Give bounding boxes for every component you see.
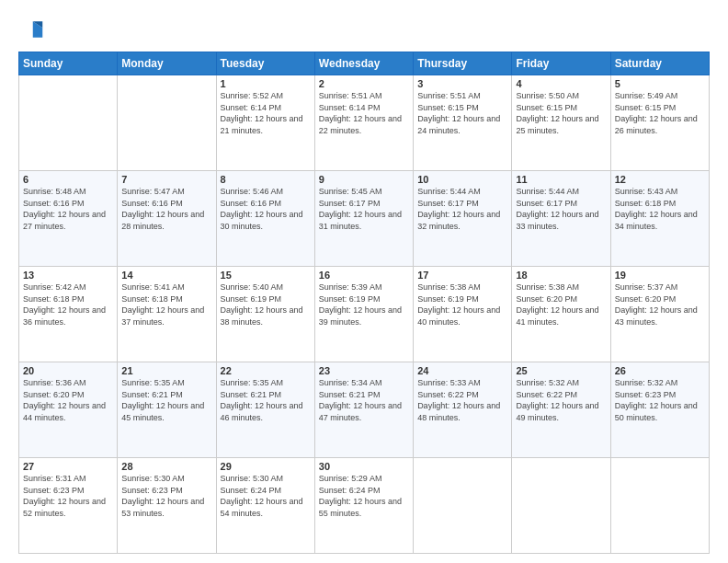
calendar-cell: 15Sunrise: 5:40 AM Sunset: 6:19 PM Dayli… — [216, 267, 314, 362]
calendar-cell: 30Sunrise: 5:29 AM Sunset: 6:24 PM Dayli… — [314, 458, 413, 554]
calendar-cell: 9Sunrise: 5:45 AM Sunset: 6:17 PM Daylig… — [314, 171, 413, 267]
day-info: Sunrise: 5:51 AM Sunset: 6:15 PM Dayligh… — [417, 90, 507, 136]
calendar-cell: 2Sunrise: 5:51 AM Sunset: 6:14 PM Daylig… — [314, 75, 413, 171]
day-number: 12 — [615, 174, 705, 185]
weekday-header-row: SundayMondayTuesdayWednesdayThursdayFrid… — [19, 52, 710, 75]
calendar-cell: 13Sunrise: 5:42 AM Sunset: 6:18 PM Dayli… — [19, 267, 118, 362]
day-info: Sunrise: 5:33 AM Sunset: 6:22 PM Dayligh… — [417, 377, 507, 423]
calendar-cell: 3Sunrise: 5:51 AM Sunset: 6:15 PM Daylig… — [414, 75, 512, 171]
calendar-cell: 12Sunrise: 5:43 AM Sunset: 6:18 PM Dayli… — [610, 171, 709, 267]
day-number: 21 — [121, 365, 211, 376]
day-number: 18 — [516, 270, 606, 281]
day-info: Sunrise: 5:44 AM Sunset: 6:17 PM Dayligh… — [516, 186, 606, 232]
day-info: Sunrise: 5:50 AM Sunset: 6:15 PM Dayligh… — [516, 90, 606, 136]
calendar-cell: 26Sunrise: 5:32 AM Sunset: 6:23 PM Dayli… — [610, 362, 709, 458]
day-info: Sunrise: 5:38 AM Sunset: 6:20 PM Dayligh… — [516, 282, 606, 327]
calendar-cell — [512, 458, 610, 554]
day-number: 14 — [121, 270, 211, 281]
weekday-header-monday: Monday — [118, 52, 216, 75]
day-info: Sunrise: 5:35 AM Sunset: 6:21 PM Dayligh… — [221, 377, 311, 423]
calendar-cell: 11Sunrise: 5:44 AM Sunset: 6:17 PM Dayli… — [512, 171, 610, 267]
day-info: Sunrise: 5:52 AM Sunset: 6:14 PM Dayligh… — [221, 90, 311, 136]
day-info: Sunrise: 5:41 AM Sunset: 6:18 PM Dayligh… — [121, 282, 211, 327]
calendar-cell: 28Sunrise: 5:30 AM Sunset: 6:23 PM Dayli… — [118, 458, 216, 554]
calendar-cell: 23Sunrise: 5:34 AM Sunset: 6:21 PM Dayli… — [314, 362, 413, 458]
logo-icon — [18, 17, 44, 42]
day-number: 2 — [319, 78, 409, 89]
day-info: Sunrise: 5:37 AM Sunset: 6:20 PM Dayligh… — [615, 282, 705, 327]
day-number: 23 — [319, 365, 409, 376]
day-info: Sunrise: 5:46 AM Sunset: 6:16 PM Dayligh… — [221, 186, 311, 232]
week-row-1: 6Sunrise: 5:48 AM Sunset: 6:16 PM Daylig… — [19, 171, 710, 267]
calendar-cell: 29Sunrise: 5:30 AM Sunset: 6:24 PM Dayli… — [216, 458, 314, 554]
weekday-header-tuesday: Tuesday — [216, 52, 314, 75]
day-number: 3 — [417, 78, 507, 89]
weekday-header-friday: Friday — [512, 52, 610, 75]
day-number: 29 — [221, 461, 311, 472]
day-number: 20 — [23, 365, 113, 376]
day-info: Sunrise: 5:30 AM Sunset: 6:23 PM Dayligh… — [121, 473, 211, 519]
calendar-cell: 20Sunrise: 5:36 AM Sunset: 6:20 PM Dayli… — [19, 362, 118, 458]
calendar-cell: 10Sunrise: 5:44 AM Sunset: 6:17 PM Dayli… — [414, 171, 512, 267]
day-info: Sunrise: 5:29 AM Sunset: 6:24 PM Dayligh… — [319, 473, 409, 519]
day-info: Sunrise: 5:34 AM Sunset: 6:21 PM Dayligh… — [319, 377, 409, 423]
day-info: Sunrise: 5:49 AM Sunset: 6:15 PM Dayligh… — [615, 90, 705, 136]
day-number: 1 — [221, 78, 311, 89]
week-row-4: 27Sunrise: 5:31 AM Sunset: 6:23 PM Dayli… — [19, 458, 710, 554]
day-number: 7 — [121, 174, 211, 185]
day-number: 11 — [516, 174, 606, 185]
calendar-cell: 1Sunrise: 5:52 AM Sunset: 6:14 PM Daylig… — [216, 75, 314, 171]
header — [18, 17, 710, 42]
calendar-cell: 5Sunrise: 5:49 AM Sunset: 6:15 PM Daylig… — [610, 75, 709, 171]
day-info: Sunrise: 5:36 AM Sunset: 6:20 PM Dayligh… — [23, 377, 113, 423]
calendar-cell — [610, 458, 709, 554]
day-number: 8 — [221, 174, 311, 185]
day-number: 10 — [417, 174, 507, 185]
calendar-cell — [414, 458, 512, 554]
day-number: 22 — [221, 365, 311, 376]
calendar-cell — [118, 75, 216, 171]
day-info: Sunrise: 5:32 AM Sunset: 6:22 PM Dayligh… — [516, 377, 606, 423]
day-number: 17 — [417, 270, 507, 281]
day-number: 28 — [121, 461, 211, 472]
day-number: 5 — [615, 78, 705, 89]
day-number: 9 — [319, 174, 409, 185]
day-info: Sunrise: 5:38 AM Sunset: 6:19 PM Dayligh… — [417, 282, 507, 327]
day-info: Sunrise: 5:43 AM Sunset: 6:18 PM Dayligh… — [615, 186, 705, 232]
weekday-header-sunday: Sunday — [19, 52, 118, 75]
day-number: 16 — [319, 270, 409, 281]
calendar-cell: 27Sunrise: 5:31 AM Sunset: 6:23 PM Dayli… — [19, 458, 118, 554]
day-number: 25 — [516, 365, 606, 376]
calendar-cell: 18Sunrise: 5:38 AM Sunset: 6:20 PM Dayli… — [512, 267, 610, 362]
calendar-cell: 21Sunrise: 5:35 AM Sunset: 6:21 PM Dayli… — [118, 362, 216, 458]
day-number: 6 — [23, 174, 113, 185]
calendar-cell: 4Sunrise: 5:50 AM Sunset: 6:15 PM Daylig… — [512, 75, 610, 171]
weekday-header-saturday: Saturday — [610, 52, 709, 75]
calendar-cell: 24Sunrise: 5:33 AM Sunset: 6:22 PM Dayli… — [414, 362, 512, 458]
calendar-table: SundayMondayTuesdayWednesdayThursdayFrid… — [18, 52, 710, 554]
day-number: 19 — [615, 270, 705, 281]
day-info: Sunrise: 5:48 AM Sunset: 6:16 PM Dayligh… — [23, 186, 113, 232]
day-info: Sunrise: 5:31 AM Sunset: 6:23 PM Dayligh… — [23, 473, 113, 519]
day-number: 26 — [615, 365, 705, 376]
calendar-cell: 16Sunrise: 5:39 AM Sunset: 6:19 PM Dayli… — [314, 267, 413, 362]
calendar-cell: 6Sunrise: 5:48 AM Sunset: 6:16 PM Daylig… — [19, 171, 118, 267]
day-number: 4 — [516, 78, 606, 89]
day-info: Sunrise: 5:40 AM Sunset: 6:19 PM Dayligh… — [221, 282, 311, 327]
week-row-0: 1Sunrise: 5:52 AM Sunset: 6:14 PM Daylig… — [19, 75, 710, 171]
day-number: 24 — [417, 365, 507, 376]
calendar-cell: 14Sunrise: 5:41 AM Sunset: 6:18 PM Dayli… — [118, 267, 216, 362]
day-info: Sunrise: 5:39 AM Sunset: 6:19 PM Dayligh… — [319, 282, 409, 327]
weekday-header-thursday: Thursday — [414, 52, 512, 75]
calendar-cell: 19Sunrise: 5:37 AM Sunset: 6:20 PM Dayli… — [610, 267, 709, 362]
week-row-2: 13Sunrise: 5:42 AM Sunset: 6:18 PM Dayli… — [19, 267, 710, 362]
day-info: Sunrise: 5:30 AM Sunset: 6:24 PM Dayligh… — [221, 473, 311, 519]
logo — [18, 17, 48, 42]
calendar-cell: 8Sunrise: 5:46 AM Sunset: 6:16 PM Daylig… — [216, 171, 314, 267]
weekday-header-wednesday: Wednesday — [314, 52, 413, 75]
day-number: 13 — [23, 270, 113, 281]
calendar-cell: 22Sunrise: 5:35 AM Sunset: 6:21 PM Dayli… — [216, 362, 314, 458]
day-info: Sunrise: 5:45 AM Sunset: 6:17 PM Dayligh… — [319, 186, 409, 232]
day-number: 27 — [23, 461, 113, 472]
calendar-cell: 25Sunrise: 5:32 AM Sunset: 6:22 PM Dayli… — [512, 362, 610, 458]
